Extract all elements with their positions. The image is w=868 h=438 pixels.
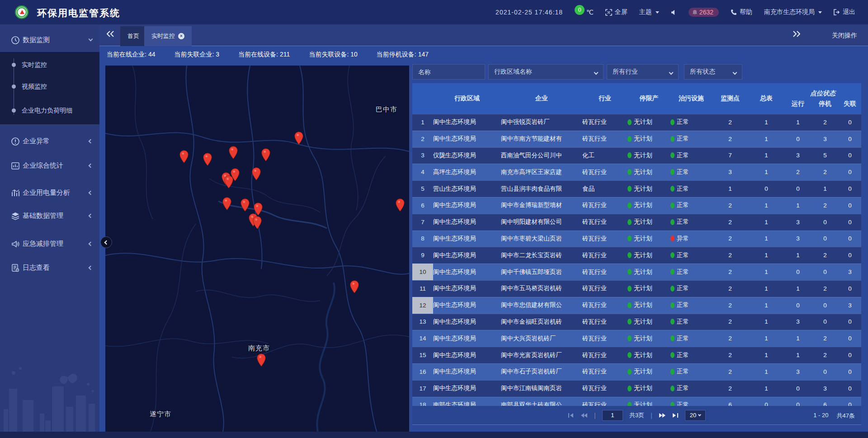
map-marker-pin-icon[interactable] [203,153,212,166]
sidebar-item-video-monitoring[interactable]: 视频监控 [0,80,99,93]
sidebar-item-power-load-detail[interactable]: 企业电力负荷明细 [0,104,99,117]
page-number-input[interactable]: 1 [602,410,623,421]
table-row[interactable]: 16阆中生态环境局阆中市石子页岩机砖厂砖瓦行业无计划正常21300 [412,363,861,380]
first-page-button[interactable] [568,413,574,418]
tabs-scroll-left-button[interactable] [107,31,114,37]
cell-industry: 砖瓦行业 [582,314,627,330]
cell-index: 15 [412,347,433,363]
cell-production: 无计划 [627,214,670,231]
map-marker-pin-icon[interactable] [224,175,234,189]
cell-monitor: 2 [712,131,748,147]
table-row[interactable]: 17阆中生态环境局阆中市江南镇阆南页岩砖瓦行业无计划正常21030 [412,380,861,397]
sidebar-item-company-statistics[interactable]: 企业综合统计 [0,158,99,174]
status-dot-icon [670,152,675,158]
page-size-select[interactable]: 20 [685,410,706,421]
sidebar-item-emergency-reduction[interactable]: 应急减排管理 [0,236,99,252]
last-page-button[interactable] [672,413,679,418]
table-row[interactable]: 13阆中生态环境局阆中市金福旺页岩机砖砖瓦行业无计划正常21300 [412,314,861,330]
theme-dropdown[interactable]: 主题 [639,8,659,16]
cell-facility: 正常 [670,164,712,180]
logout-button[interactable]: 退出 [834,8,855,16]
prev-page-button[interactable] [580,413,588,418]
map-marker-pin-icon[interactable] [252,216,262,230]
table-row[interactable]: 9阆中生态环境局阆中市二龙长宝页岩砖砖瓦行业无计划正常21120 [412,247,861,264]
status-dot-icon [670,286,675,292]
sidebar-item-realtime-monitoring[interactable]: 实时监控 [0,59,99,71]
notification-badge[interactable]: 2632 [689,8,719,17]
map-collapse-button[interactable] [100,236,112,248]
cell-index: 14 [412,330,433,347]
tabs-scroll-right-button[interactable] [793,31,800,37]
map-marker-pin-icon[interactable] [256,353,266,367]
cell-facility: 正常 [670,180,712,197]
col-index [412,83,433,114]
table-row[interactable]: 1阆中生态环境局阆中强锐页岩砖厂砖瓦行业无计划正常21120 [412,114,861,131]
status-select[interactable]: 所有状态 [684,64,742,80]
sidebar-item-company-abnormal[interactable]: 企业异常 [0,134,99,149]
cell-industry: 砖瓦行业 [582,131,627,147]
cell-index: 11 [412,280,433,297]
status-dot-icon [627,252,632,258]
col-facility: 治污设施 [670,83,712,114]
tab-home[interactable]: 首页 [120,26,146,46]
table-row[interactable]: 12阆中生态环境局阆中市忠信建材有限公砖瓦行业无计划正常21003 [412,297,861,314]
name-search-input[interactable] [412,64,485,80]
cell-stopped: 2 [811,197,839,214]
map-panel[interactable]: 巴中市南充市遂宁市 [105,66,409,432]
map-marker-pin-icon[interactable] [228,146,238,160]
help-button[interactable]: 帮助 [731,8,752,16]
cell-industry: 食品 [582,180,627,197]
industry-select[interactable]: 所有行业 [607,64,679,80]
cell-industry: 砖瓦行业 [582,397,627,406]
table-row[interactable]: 5营山生态环境局营山县润丰肉食品有限食品无计划正常10010 [412,180,861,197]
cell-production: 无计划 [627,297,670,314]
table-row[interactable]: 8阆中生态环境局阆中市枣碧大梁山页岩砖瓦行业无计划异常21300 [412,231,861,247]
datetime: 2021-02-25 17:46:18 [495,9,563,16]
cell-company: 阆中市枣碧大梁山页岩 [501,231,582,247]
table-row[interactable]: 18南部生态环境局南部县双华土砖有限公砖瓦行业无计划正常60060 [412,397,861,406]
map-marker-pin-icon[interactable] [294,132,304,145]
cell-monitor: 1 [712,180,748,197]
tab-bar: 首页 实时监控 × 关闭操作 [99,24,868,46]
map-marker-pin-icon[interactable] [179,150,189,164]
tab-close-icon[interactable]: × [178,33,184,39]
status-dot-icon [627,286,632,292]
map-marker-pin-icon[interactable] [240,198,250,212]
map-marker-pin-icon[interactable] [251,167,261,181]
table-row[interactable]: 14阆中生态环境局阆中大兴页岩机砖厂砖瓦行业无计划正常21120 [412,330,861,347]
company-panel: 行政区域名称 所有行业 所有状态 行政区域 企业 行业 停限产 治污设施 [412,64,861,425]
table-row[interactable]: 3仪陇生态环境局西南油气田分公司川中化工无计划正常71350 [412,147,861,164]
close-operations-button[interactable]: 关闭操作 [832,32,857,40]
region-select[interactable]: 行政区域名称 [488,64,604,80]
map-roads [105,66,409,432]
map-marker-pin-icon[interactable] [261,148,271,162]
sidebar-item-power-analysis[interactable]: 企业用电量分析 [0,185,99,201]
sidebar-item-data-monitoring[interactable]: 数据监测 [0,33,99,48]
map-marker-pin-icon[interactable] [349,280,359,294]
table-row[interactable]: 7阆中生态环境局阆中明阳建材有限公司砖瓦行业无计划正常21300 [412,214,861,231]
map-marker-pin-icon[interactable] [395,198,405,212]
table-row[interactable]: 2阆中生态环境局阆中市南方节能建材有砖瓦行业无计划正常21030 [412,131,861,147]
table-row[interactable]: 10阆中生态环境局阆中千佛镇五郎垭页岩砖瓦行业无计划正常21003 [412,264,861,280]
speaker-button[interactable] [671,9,677,15]
table-row[interactable]: 4高坪生态环境局南充市高坪区王家店建砖瓦行业无计划正常31220 [412,164,861,180]
table-row[interactable]: 6阆中生态环境局阆中市金博瑞新型墙材砖瓦行业无计划正常21120 [412,197,861,214]
fullscreen-button[interactable]: 全屏 [605,8,627,16]
cell-meter: 0 [748,180,784,197]
org-dropdown[interactable]: 南充市生态环境局 [764,8,822,16]
cell-company: 阆中市忠信建材有限公 [501,297,582,314]
sidebar-item-log-view[interactable]: 日志查看 [0,260,99,276]
map-marker-pin-icon[interactable] [222,197,232,211]
table-row[interactable]: 15阆中生态环境局阆中市光富页岩机砖厂砖瓦行业无计划正常21120 [412,347,861,363]
next-page-button[interactable] [659,413,666,418]
table-row[interactable]: 11阆中生态环境局阆中市五马桥页岩机砖砖瓦行业无计划正常21120 [412,280,861,297]
cell-monitor: 2 [712,231,748,247]
status-dot-icon [670,219,675,225]
chevron-down-icon [656,11,659,14]
cell-production: 无计划 [627,131,670,147]
cell-meter: 1 [748,147,784,164]
sidebar-item-basic-data[interactable]: 基础数据管理 [0,208,99,224]
tab-realtime-monitoring[interactable]: 实时监控 × [144,26,192,46]
cell-stopped: 0 [811,297,839,314]
cell-meter: 1 [748,247,784,264]
